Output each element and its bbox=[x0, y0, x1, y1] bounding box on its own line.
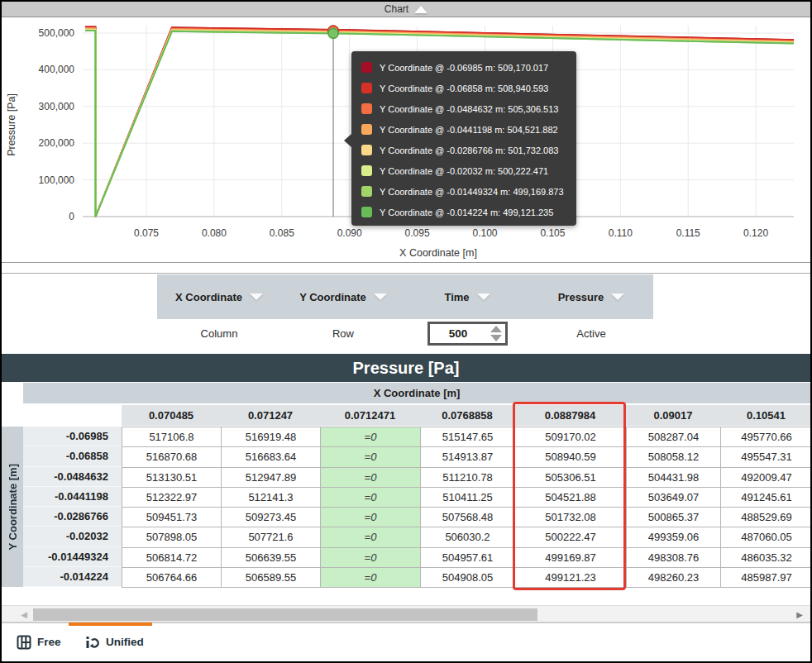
collapse-up-icon[interactable] bbox=[414, 6, 427, 13]
table-cell[interactable]: 506639.55 bbox=[222, 548, 321, 568]
table-cell[interactable]: 517106.8 bbox=[122, 427, 222, 447]
table-cell[interactable]: 512141.3 bbox=[222, 488, 321, 508]
spinner-up-icon[interactable] bbox=[490, 326, 502, 332]
table-cell[interactable]: 501732.08 bbox=[515, 508, 627, 527]
table-cell[interactable]: 500865.37 bbox=[627, 508, 721, 527]
scroll-left-icon[interactable]: ◀ bbox=[18, 608, 30, 621]
table-cell[interactable]: =0 bbox=[321, 527, 421, 547]
column-header[interactable]: 0.10541 bbox=[720, 405, 810, 426]
tab-unified[interactable]: Unified bbox=[85, 623, 144, 661]
table-cell[interactable]: 514913.87 bbox=[421, 447, 515, 467]
table-cell[interactable]: 513130.51 bbox=[122, 468, 222, 488]
dropdown-label: Pressure bbox=[558, 291, 604, 303]
tooltip-value-label: Y Coordinate @ -0.0286766 m: 501,732.083 bbox=[380, 145, 558, 155]
table-cell[interactable]: 487060.05 bbox=[721, 527, 810, 547]
table-cell[interactable]: 488529.69 bbox=[721, 508, 810, 527]
table-cell[interactable]: 507898.05 bbox=[122, 527, 222, 547]
table-cell[interactable]: 492009.47 bbox=[721, 468, 810, 488]
table-cell[interactable]: 509451.73 bbox=[122, 508, 222, 527]
table-cell[interactable]: 495770.66 bbox=[721, 427, 810, 447]
column-header[interactable]: 0.0887984 bbox=[514, 405, 626, 426]
row-header[interactable]: -0.0441198 bbox=[23, 487, 122, 507]
table-cell[interactable]: 512947.89 bbox=[222, 468, 321, 488]
column-header[interactable]: 0.0768858 bbox=[420, 405, 514, 426]
table-cell[interactable]: 508058.12 bbox=[627, 447, 721, 467]
table-cell[interactable]: 498308.76 bbox=[627, 548, 721, 568]
series-swatch-icon bbox=[361, 165, 372, 176]
chart-panel: 0100,000200,000300,000400,000500,0000.07… bbox=[2, 17, 810, 263]
table-cell[interactable]: 506764.66 bbox=[122, 568, 222, 588]
table-cell[interactable]: 485987.97 bbox=[721, 568, 810, 588]
row-header[interactable]: -0.0286766 bbox=[23, 507, 122, 527]
table-cell[interactable]: 516919.48 bbox=[222, 427, 321, 447]
table-cell[interactable]: 499359.06 bbox=[627, 527, 721, 547]
table-cell[interactable]: 507568.48 bbox=[421, 508, 515, 527]
row-header[interactable]: -0.02032 bbox=[23, 527, 122, 546]
table-cell[interactable]: 509170.02 bbox=[515, 427, 627, 447]
row-header[interactable]: -0.01449324 bbox=[23, 547, 122, 567]
dropdown-pressure[interactable]: Pressure bbox=[529, 274, 653, 319]
table-cell[interactable]: 491245.61 bbox=[721, 488, 810, 508]
column-header[interactable]: 0.09017 bbox=[626, 405, 720, 426]
chevron-down-icon bbox=[477, 293, 490, 300]
table-cell[interactable]: 486035.32 bbox=[721, 548, 810, 568]
table-cell[interactable]: 499169.87 bbox=[515, 548, 627, 568]
row-header[interactable]: -0.0484632 bbox=[23, 467, 122, 487]
table-cell[interactable]: 499121.23 bbox=[515, 568, 627, 588]
table-cell[interactable]: 510411.25 bbox=[421, 488, 515, 508]
chart-panel-title: Chart bbox=[385, 3, 408, 15]
row-header[interactable]: -0.06985 bbox=[23, 427, 122, 446]
column-header[interactable]: 0.071247 bbox=[221, 405, 320, 426]
y-tick-label: 0 bbox=[69, 211, 74, 222]
table-cell[interactable]: =0 bbox=[321, 508, 421, 527]
table-cell[interactable]: 506589.55 bbox=[222, 568, 321, 588]
table-cell[interactable]: 512322.97 bbox=[122, 488, 222, 508]
table-cell[interactable]: 508940.59 bbox=[515, 447, 627, 467]
table-cell[interactable]: 516683.64 bbox=[222, 447, 321, 467]
table-cell[interactable]: 498260.23 bbox=[627, 568, 721, 588]
column-header[interactable]: 0.0712471 bbox=[320, 405, 420, 426]
table-cell[interactable]: 509273.45 bbox=[222, 508, 321, 527]
table-cell[interactable]: 516870.68 bbox=[122, 447, 222, 467]
column-header[interactable]: 0.070485 bbox=[122, 405, 221, 426]
dropdown-y-coordinate[interactable]: Y Coordinate bbox=[281, 274, 405, 319]
table-cell[interactable]: =0 bbox=[321, 468, 421, 488]
table-cell[interactable]: =0 bbox=[321, 568, 421, 588]
table-cell[interactable]: =0 bbox=[321, 447, 421, 467]
table-cell[interactable]: 503649.07 bbox=[627, 488, 721, 508]
spinner-down-icon[interactable] bbox=[490, 335, 502, 341]
time-spinner[interactable] bbox=[427, 322, 508, 346]
series-swatch-icon bbox=[361, 207, 372, 217]
table-cell[interactable]: 500222.47 bbox=[515, 527, 627, 547]
row-header[interactable]: -0.06858 bbox=[23, 446, 122, 466]
table-cell[interactable]: 504957.61 bbox=[421, 548, 515, 568]
table-cell[interactable]: 504908.05 bbox=[421, 568, 515, 588]
table-cell[interactable]: 505306.51 bbox=[515, 468, 627, 488]
table-cell[interactable]: 506814.72 bbox=[122, 548, 222, 568]
table-cell[interactable]: 506030.2 bbox=[421, 527, 515, 547]
row-axis-strip: Y Coordinate [m] bbox=[2, 427, 23, 587]
x-tick-label: 0.090 bbox=[337, 227, 362, 239]
tab-label: Free bbox=[37, 636, 61, 648]
dropdown-x-coordinate[interactable]: X Coordinate bbox=[157, 274, 281, 319]
table-cell[interactable]: 507721.6 bbox=[222, 527, 321, 547]
scrollbar-thumb[interactable] bbox=[33, 608, 537, 621]
tab-free[interactable]: Free bbox=[17, 623, 61, 661]
panel-divider bbox=[2, 273, 810, 274]
table-cell[interactable]: =0 bbox=[321, 488, 421, 508]
row-header[interactable]: -0.014224 bbox=[23, 567, 122, 587]
scroll-right-icon[interactable]: ▶ bbox=[794, 608, 805, 621]
dropdown-time[interactable]: Time bbox=[405, 274, 529, 319]
table-cell[interactable]: 511210.78 bbox=[421, 468, 515, 488]
table-cell[interactable]: 504521.88 bbox=[515, 488, 627, 508]
chart-panel-header[interactable]: Chart bbox=[2, 2, 810, 17]
role-time bbox=[405, 319, 529, 347]
table-cell[interactable]: 515147.65 bbox=[421, 427, 515, 447]
table-cell[interactable]: 495547.31 bbox=[721, 447, 810, 467]
table-cell[interactable]: 508287.04 bbox=[627, 427, 721, 447]
table-cell[interactable]: =0 bbox=[321, 427, 421, 447]
table-cell[interactable]: 504431.98 bbox=[627, 468, 721, 488]
table-cell[interactable]: =0 bbox=[321, 548, 421, 568]
horizontal-scrollbar[interactable]: ◀ ▶ bbox=[2, 605, 810, 622]
time-value-input[interactable] bbox=[430, 324, 487, 343]
